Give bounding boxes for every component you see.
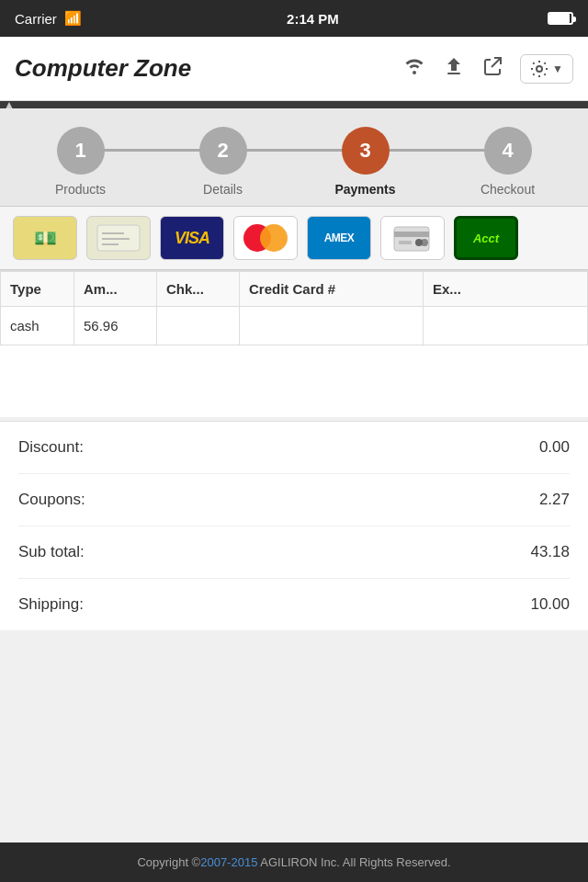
row-type: cash xyxy=(1,307,74,345)
coupons-row: Coupons: 2.27 xyxy=(18,474,570,526)
shipping-label: Shipping: xyxy=(18,595,84,614)
step-4-circle: 4 xyxy=(484,127,532,175)
footer-suffix: AGILIRON Inc. All Rights Reserved. xyxy=(257,855,450,869)
subtotal-label: Sub total: xyxy=(18,543,85,561)
wifi-nav-icon[interactable] xyxy=(402,57,426,81)
status-left: Carrier 📶 xyxy=(15,10,82,27)
col-exp-header: Ex... xyxy=(424,272,588,307)
step-4-item[interactable]: 4 Checkout xyxy=(436,127,579,197)
svg-rect-3 xyxy=(97,225,140,251)
brand-title: Computer Zone xyxy=(15,54,402,83)
navbar: Computer Zone ▼ xyxy=(0,37,588,101)
coupons-label: Coupons: xyxy=(18,491,85,509)
step-4-label: Checkout xyxy=(481,182,535,197)
step-1-circle: 1 xyxy=(57,127,105,175)
acct-payment-button[interactable]: Acct xyxy=(454,216,518,260)
svg-rect-8 xyxy=(394,232,429,237)
summary-section: Discount: 0.00 Coupons: 2.27 Sub total: … xyxy=(0,421,588,630)
svg-rect-9 xyxy=(399,241,412,244)
carrier-label: Carrier xyxy=(15,11,57,27)
navbar-icons: ▼ xyxy=(402,54,573,84)
upload-nav-icon[interactable] xyxy=(443,55,465,83)
col-type-header: Type xyxy=(1,272,74,307)
wifi-icon: 📶 xyxy=(64,10,82,27)
export-nav-icon[interactable] xyxy=(481,55,503,83)
battery-icon xyxy=(548,12,573,25)
discount-label: Discount: xyxy=(18,438,84,457)
step-2-circle: 2 xyxy=(199,127,247,175)
row-exp xyxy=(424,307,588,345)
table-row: cash 56.96 xyxy=(1,307,588,345)
amex-payment-button[interactable]: AMEX xyxy=(307,216,371,260)
footer-year-link[interactable]: 2007-2015 xyxy=(200,855,257,869)
footer: Copyright ©2007-2015 AGILIRON Inc. All R… xyxy=(0,842,588,882)
step-2-item[interactable]: 2 Details xyxy=(152,127,294,197)
step-progress: 1 Products 2 Details 3 Payments 4 Checko… xyxy=(0,108,588,206)
step-1-item[interactable]: 1 Products xyxy=(9,127,152,197)
payments-table-container: Type Am... Chk... Credit Card # Ex... ca… xyxy=(0,270,588,417)
table-header-row: Type Am... Chk... Credit Card # Ex... xyxy=(1,272,588,307)
col-chk-header: Chk... xyxy=(157,272,240,307)
step-3-label: Payments xyxy=(334,182,395,197)
shipping-value: 10.00 xyxy=(530,595,570,614)
col-cc-header: Credit Card # xyxy=(240,272,424,307)
check-payment-button[interactable] xyxy=(86,216,151,260)
svg-rect-0 xyxy=(447,73,460,74)
row-chk xyxy=(157,307,240,345)
svg-point-2 xyxy=(537,66,542,72)
coupons-value: 2.27 xyxy=(539,491,570,509)
svg-point-11 xyxy=(415,239,423,246)
step-2-label: Details xyxy=(203,182,243,197)
status-bar: Carrier 📶 2:14 PM xyxy=(0,0,588,37)
svg-line-1 xyxy=(492,58,501,67)
row-amount: 56.96 xyxy=(74,307,157,345)
payment-icons-row: 💵 VISA AMEX Acct xyxy=(0,206,588,270)
col-amount-header: Am... xyxy=(74,272,157,307)
cash-payment-button[interactable]: 💵 xyxy=(13,216,77,260)
shipping-row: Shipping: 10.00 xyxy=(18,579,570,630)
payments-table: Type Am... Chk... Credit Card # Ex... ca… xyxy=(0,271,588,345)
subtotal-value: 43.18 xyxy=(530,543,570,561)
mastercard-logo xyxy=(243,224,288,252)
step-1-label: Products xyxy=(55,182,106,197)
step-3-circle: 3 xyxy=(342,127,390,175)
time-label: 2:14 PM xyxy=(287,11,339,27)
footer-prefix: Copyright © xyxy=(137,855,200,869)
mastercard-payment-button[interactable] xyxy=(233,216,298,260)
settings-button[interactable]: ▼ xyxy=(520,54,573,84)
discount-value: 0.00 xyxy=(539,438,570,457)
visa-payment-button[interactable]: VISA xyxy=(160,216,224,260)
progress-strip: ▲ xyxy=(0,101,588,108)
row-credit-card xyxy=(240,307,424,345)
step-3-item[interactable]: 3 Payments xyxy=(294,127,436,197)
card-payment-button[interactable] xyxy=(380,216,445,260)
svg-rect-7 xyxy=(394,227,429,251)
settings-dropdown-arrow: ▼ xyxy=(552,62,563,75)
discount-row: Discount: 0.00 xyxy=(18,422,570,474)
status-right xyxy=(544,12,573,25)
subtotal-row: Sub total: 43.18 xyxy=(18,526,570,579)
